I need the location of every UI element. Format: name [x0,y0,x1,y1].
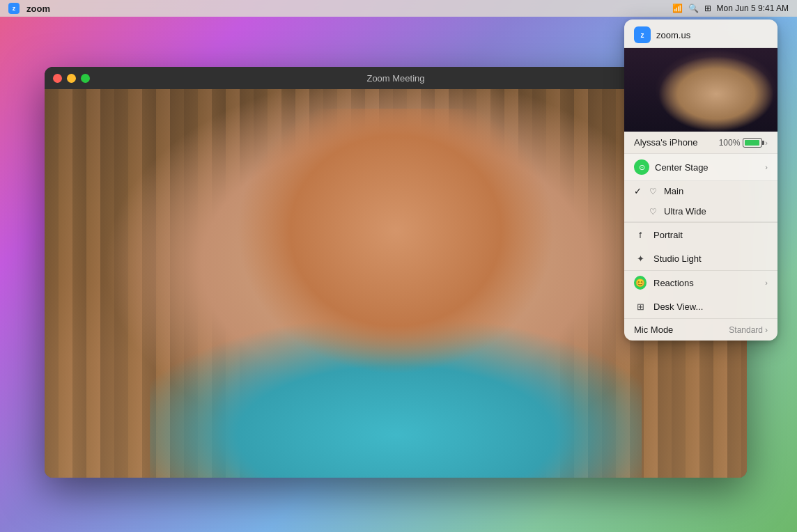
maximize-button[interactable] [81,74,90,83]
mic-mode-label: Mic Mode [634,324,673,335]
ultrawide-camera-icon: ♡ [649,207,657,217]
desk-view-label: Desk View... [653,302,768,312]
center-stage-icon: ⊙ [634,159,649,175]
zoom-menu-icon[interactable]: z [8,3,20,14]
menubar-left: z zoom [8,3,50,14]
device-row[interactable]: Alyssa's iPhone 100% › [624,132,777,154]
reactions-chevron-icon: › [765,279,768,287]
main-camera-label: Main [664,186,683,196]
camera-option-ultrawide[interactable]: ♡ Ultra Wide [624,201,777,221]
mic-mode-value: Standard › [729,325,768,335]
zoom-logo: z [634,26,651,43]
reactions-icon: 😊 [634,276,647,289]
menubar-time: Mon Jun 5 9:41 AM [717,3,789,13]
desk-view-menu-item[interactable]: ⊞ Desk View... [624,295,777,318]
ultrawide-camera-label: Ultra Wide [664,206,706,217]
window-title: Zoom Meeting [366,73,424,84]
desk-view-icon: ⊞ [634,300,647,313]
portrait-menu-item[interactable]: f Portrait [624,223,777,247]
menubar: z zoom 📶 🔍 ⊞ Mon Jun 5 9:41 AM [0,0,797,17]
minimize-button[interactable] [67,74,76,83]
popup-site-url: zoom.us [656,30,690,40]
window-controls [53,74,90,83]
popup-header: z zoom.us [624,19,777,48]
studio-light-menu-item[interactable]: ✦ Studio Light [624,247,777,270]
reactions-label: Reactions [653,278,758,288]
portrait-label: Portrait [653,230,768,240]
close-button[interactable] [53,74,62,83]
studio-light-label: Studio Light [653,253,768,264]
menubar-right: 📶 🔍 ⊞ Mon Jun 5 9:41 AM [672,3,789,13]
device-name: Alyssa's iPhone [634,137,697,148]
center-stage-chevron-icon: › [765,163,768,171]
menubar-app-name[interactable]: zoom [26,3,50,14]
center-stage-row[interactable]: ⊙ Center Stage › [624,154,777,181]
control-center-icon[interactable]: ⊞ [704,3,711,13]
camera-preview [624,48,777,132]
reactions-circle-icon: 😊 [634,276,647,290]
studio-light-icon: ✦ [634,252,647,265]
mic-mode-current-value: Standard [729,325,763,335]
search-icon[interactable]: 🔍 [688,3,699,13]
mic-mode-chevron-icon: › [765,325,768,335]
main-camera-icon: ♡ [649,187,657,196]
wifi-icon: 📶 [672,3,683,13]
battery-fill [745,140,759,146]
mic-mode-row[interactable]: Mic Mode Standard › [624,319,777,341]
popup-menu: z zoom.us Alyssa's iPhone 100% › ⊙ Cente… [624,19,777,341]
center-stage-left: ⊙ Center Stage [634,159,709,175]
reactions-menu-item[interactable]: 😊 Reactions › [624,271,777,295]
device-battery: 100% › [719,138,768,148]
preview-person [624,48,777,132]
device-chevron-icon: › [765,139,768,147]
camera-options: ♡ Main ♡ Ultra Wide [624,181,777,222]
portrait-icon: f [634,228,647,241]
battery-percentage: 100% [719,138,741,148]
camera-option-main[interactable]: ♡ Main [624,181,777,201]
battery-bar [743,138,762,148]
center-stage-label: Center Stage [655,162,709,173]
